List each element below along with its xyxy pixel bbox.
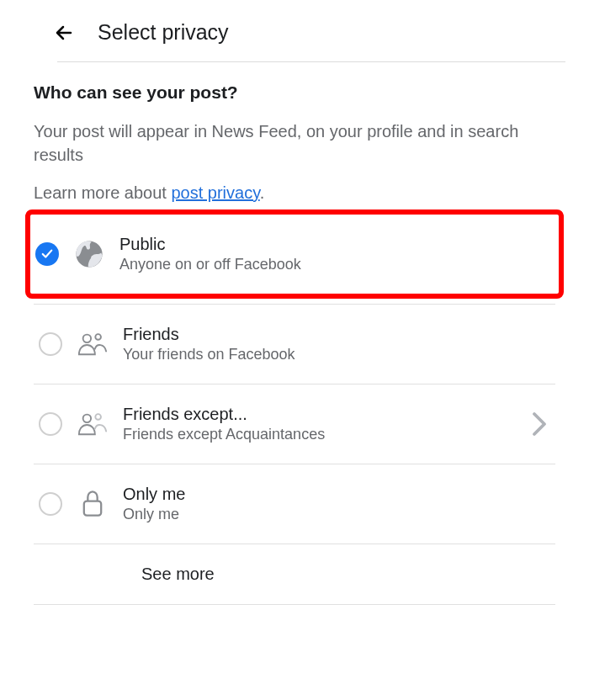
back-icon[interactable] [54,23,74,43]
radio-unselected[interactable] [39,332,62,356]
divider [34,604,555,605]
privacy-options-list: Public Anyone on or off Facebook Friends… [34,209,555,605]
radio-selected[interactable] [35,242,59,266]
svg-rect-5 [84,501,101,516]
globe-icon [74,239,104,269]
checkmark-icon [41,248,53,260]
lock-icon [77,489,108,519]
radio-unselected[interactable] [39,412,62,436]
svg-point-1 [83,335,91,342]
svg-point-2 [95,334,101,340]
see-more-button[interactable]: See more [34,544,555,604]
page-title: Select privacy [98,20,229,45]
friends-icon [77,329,108,359]
option-subtitle: Your friends on Facebook [123,346,550,363]
option-subtitle: Only me [123,506,550,523]
radio-unselected[interactable] [39,492,62,516]
learn-more-text: Learn more about post privacy. [34,183,555,203]
option-subtitle: Friends except Acquaintances [123,426,517,443]
option-title: Friends [123,325,550,344]
description: Your post will appear in News Feed, on y… [34,119,555,167]
option-title: Only me [123,485,550,504]
svg-point-4 [95,414,101,420]
svg-point-3 [83,415,91,422]
option-friends-except[interactable]: Friends except... Friends except Acquain… [34,384,555,464]
chevron-right-icon [532,411,547,437]
header: Select privacy [0,0,589,61]
post-privacy-link[interactable]: post privacy [171,183,259,202]
heading: Who can see your post? [34,82,555,103]
friends-except-icon [77,409,108,439]
learn-more-suffix: . [260,183,265,202]
option-title: Friends except... [123,405,517,424]
option-subtitle: Anyone on or off Facebook [119,256,554,273]
option-public[interactable]: Public Anyone on or off Facebook [25,209,564,299]
option-only-me[interactable]: Only me Only me [34,464,555,544]
learn-more-prefix: Learn more about [34,183,171,202]
option-friends[interactable]: Friends Your friends on Facebook [34,305,555,384]
option-title: Public [119,235,554,254]
